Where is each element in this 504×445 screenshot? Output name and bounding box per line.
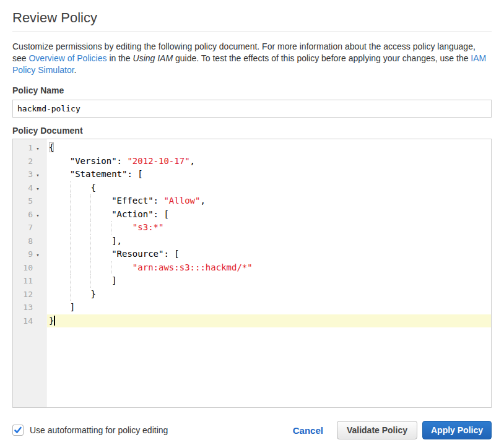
footer-bar: Use autoformatting for policy editing Ca… xyxy=(12,421,492,439)
code-line-5[interactable]: "Effect": "Allow", xyxy=(47,194,491,208)
gutter-line-8: 8 xyxy=(13,235,46,248)
indent-guide xyxy=(90,248,91,261)
code-line-1[interactable]: { xyxy=(47,141,491,155)
editor-code-lines[interactable]: { "Version": "2012-10-17", "Statement": … xyxy=(47,139,491,407)
apply-policy-button[interactable]: Apply Policy xyxy=(422,421,492,439)
code-line-4[interactable]: { xyxy=(47,181,491,195)
gutter-line-11: 11 xyxy=(13,274,46,288)
intro-part2: in the xyxy=(107,53,133,63)
gutter-line-2: 2 xyxy=(13,155,46,168)
indent-guide xyxy=(70,288,71,301)
footer-actions: Cancel Validate Policy Apply Policy xyxy=(293,421,492,439)
fold-arrow-icon[interactable]: ▾ xyxy=(33,183,43,196)
policy-document-editor[interactable]: 1▾23▾4▾56▾789▾1011121314 { "Version": "2… xyxy=(12,139,492,408)
intro-part4: . xyxy=(74,65,77,75)
fold-arrow-icon[interactable]: ▾ xyxy=(33,169,43,183)
code-line-14[interactable]: } xyxy=(47,314,491,328)
gutter-line-4: 4▾ xyxy=(13,181,46,195)
autoformat-option[interactable]: Use autoformatting for policy editing xyxy=(12,425,168,436)
gutter-line-1: 1▾ xyxy=(13,141,46,155)
text-cursor xyxy=(54,316,55,326)
gutter-line-7: 7 xyxy=(13,221,46,235)
editor-gutter: 1▾23▾4▾56▾789▾1011121314 xyxy=(13,139,46,407)
fold-arrow-icon[interactable]: ▾ xyxy=(33,209,43,223)
gutter-line-14: 14 xyxy=(13,314,46,328)
autoformat-label: Use autoformatting for policy editing xyxy=(30,425,168,435)
code-line-12[interactable]: } xyxy=(47,288,491,301)
gutter-line-5: 5 xyxy=(13,194,46,208)
fold-arrow-icon[interactable]: ▾ xyxy=(33,142,43,156)
fold-arrow-icon[interactable]: ▾ xyxy=(33,249,43,262)
code-line-10[interactable]: "arn:aws:s3:::hackmd/*" xyxy=(47,261,491,275)
editor-gutter-lines: 1▾23▾4▾56▾789▾1011121314 xyxy=(13,141,46,327)
indent-guide xyxy=(70,235,71,248)
indent-guide xyxy=(90,235,91,248)
code-line-9[interactable]: "Resource": [ xyxy=(47,248,491,261)
code-line-2[interactable]: "Version": "2012-10-17", xyxy=(47,155,491,168)
gutter-line-12: 12 xyxy=(13,288,46,301)
gutter-line-13: 13 xyxy=(13,301,46,314)
link-overview-of-policies[interactable]: Overview of Policies xyxy=(28,53,106,63)
policy-name-label: Policy Name xyxy=(12,85,492,95)
code-line-6[interactable]: "Action": [ xyxy=(47,208,491,222)
indent-guide xyxy=(70,248,71,261)
indent-guide xyxy=(111,221,112,235)
autoformat-checkbox[interactable] xyxy=(12,425,24,436)
intro-italic-using-iam: Using IAM xyxy=(133,53,173,63)
code-line-7[interactable]: "s3:*" xyxy=(47,221,491,235)
cancel-link[interactable]: Cancel xyxy=(293,425,323,436)
code-line-8[interactable]: ], xyxy=(47,235,491,248)
gutter-line-3: 3▾ xyxy=(13,168,46,181)
indent-guide xyxy=(70,221,71,235)
indent-guide xyxy=(90,221,91,235)
title-divider xyxy=(12,32,492,32)
indent-guide xyxy=(111,261,112,275)
gutter-line-6: 6▾ xyxy=(13,208,46,222)
gutter-line-10: 10 xyxy=(13,261,46,275)
checkmark-icon xyxy=(14,426,22,434)
policy-name-input[interactable] xyxy=(12,100,492,118)
indent-guide xyxy=(70,181,71,195)
validate-policy-button[interactable]: Validate Policy xyxy=(337,421,417,439)
intro-text: Customize permissions by editing the fol… xyxy=(12,41,490,76)
gutter-line-9: 9▾ xyxy=(13,248,46,261)
intro-part3: guide. To test the effects of this polic… xyxy=(173,53,471,63)
indent-guide xyxy=(90,261,91,275)
page-title: Review Policy xyxy=(12,10,492,26)
policy-document-label: Policy Document xyxy=(12,126,492,136)
indent-guide xyxy=(70,194,71,208)
indent-guide xyxy=(70,274,71,288)
code-line-3[interactable]: "Statement": [ xyxy=(47,168,491,181)
indent-guide xyxy=(90,194,91,208)
review-policy-page: Review Policy Customize permissions by e… xyxy=(0,10,504,445)
indent-guide xyxy=(90,208,91,222)
code-line-13[interactable]: ] xyxy=(47,301,491,314)
indent-guide xyxy=(70,261,71,275)
indent-guide xyxy=(90,274,91,288)
code-line-11[interactable]: ] xyxy=(47,274,491,288)
indent-guide xyxy=(70,208,71,222)
